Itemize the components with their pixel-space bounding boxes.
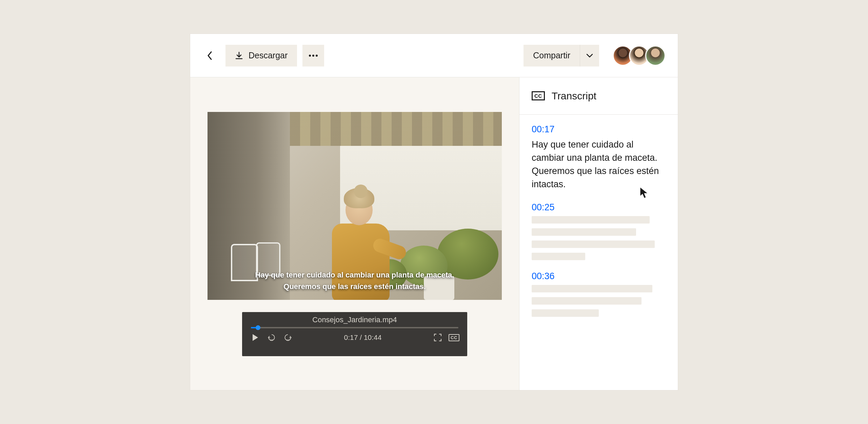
chevron-left-icon bbox=[207, 51, 213, 60]
player-filename: Consejos_Jardineria.mp4 bbox=[251, 315, 458, 324]
closed-caption-icon: CC bbox=[449, 334, 459, 341]
transcript-text: Hay que tener cuidado al cambiar una pla… bbox=[532, 138, 666, 191]
chevron-down-icon bbox=[586, 54, 593, 58]
cc-toggle-button[interactable]: CC bbox=[450, 333, 458, 342]
transcript-title: Transcript bbox=[552, 90, 596, 102]
cursor-icon bbox=[639, 187, 649, 199]
skeleton-line bbox=[532, 297, 642, 305]
share-dropdown-button[interactable] bbox=[580, 45, 599, 66]
rewind-10-button[interactable]: 10 bbox=[267, 333, 276, 342]
time-display: 0:17 / 10:44 bbox=[300, 333, 426, 342]
app-window: Descargar Compartir bbox=[190, 34, 678, 390]
ellipsis-icon bbox=[309, 54, 318, 57]
player-bar: Consejos_Jardineria.mp4 10 10 bbox=[242, 312, 467, 356]
transcript-timestamp[interactable]: 00:17 bbox=[532, 124, 666, 135]
share-label: Compartir bbox=[533, 51, 570, 60]
transcript-panel: CC Transcript 00:17 Hay que tener cuidad… bbox=[519, 77, 678, 390]
transcript-list[interactable]: 00:17 Hay que tener cuidado al cambiar u… bbox=[519, 115, 678, 390]
more-button[interactable] bbox=[302, 45, 324, 66]
rewind-icon: 10 bbox=[267, 333, 276, 342]
skeleton-line bbox=[532, 309, 599, 317]
forward-icon: 10 bbox=[283, 333, 292, 342]
caption-overlay: Hay que tener cuidado al cambiar una pla… bbox=[208, 269, 502, 292]
share-button[interactable]: Compartir bbox=[524, 45, 580, 66]
toolbar: Descargar Compartir bbox=[190, 34, 678, 77]
svg-point-2 bbox=[316, 55, 318, 57]
share-button-group: Compartir bbox=[524, 45, 599, 66]
transcript-entry[interactable]: 00:17 Hay que tener cuidado al cambiar u… bbox=[532, 124, 666, 191]
svg-text:10: 10 bbox=[270, 339, 273, 342]
transcript-timestamp[interactable]: 00:36 bbox=[532, 271, 666, 282]
progress-track[interactable] bbox=[251, 327, 458, 328]
fullscreen-icon bbox=[434, 333, 442, 342]
play-icon bbox=[252, 333, 259, 342]
transcript-header: CC Transcript bbox=[519, 77, 678, 115]
caption-line: Queremos que las raíces estén intactas. bbox=[221, 281, 488, 292]
caption-line: Hay que tener cuidado al cambiar una pla… bbox=[221, 269, 488, 281]
download-icon bbox=[235, 52, 243, 60]
skeleton-line bbox=[532, 285, 652, 292]
transcript-entry[interactable]: 00:36 bbox=[532, 271, 666, 317]
skeleton-line bbox=[532, 240, 655, 248]
svg-point-0 bbox=[309, 55, 311, 57]
transcript-timestamp[interactable]: 00:25 bbox=[532, 202, 666, 213]
transcript-entry[interactable]: 00:25 bbox=[532, 202, 666, 260]
progress-thumb[interactable] bbox=[256, 325, 260, 330]
skeleton-line bbox=[532, 216, 650, 224]
fullscreen-button[interactable] bbox=[433, 333, 442, 342]
download-button[interactable]: Descargar bbox=[225, 45, 297, 66]
skeleton-line bbox=[532, 253, 585, 260]
download-label: Descargar bbox=[249, 51, 288, 60]
closed-caption-icon: CC bbox=[532, 91, 545, 100]
forward-10-button[interactable]: 10 bbox=[283, 333, 292, 342]
video-preview-area: Hay que tener cuidado al cambiar una pla… bbox=[190, 77, 519, 390]
svg-text:10: 10 bbox=[287, 339, 290, 342]
avatar bbox=[645, 45, 666, 66]
video-frame[interactable]: Hay que tener cuidado al cambiar una pla… bbox=[208, 112, 502, 300]
svg-point-1 bbox=[312, 55, 314, 57]
play-button[interactable] bbox=[251, 333, 260, 342]
back-button[interactable] bbox=[202, 45, 217, 66]
skeleton-line bbox=[532, 228, 636, 236]
content-area: Hay que tener cuidado al cambiar una pla… bbox=[190, 77, 678, 390]
avatar-stack[interactable] bbox=[613, 45, 666, 66]
player-controls: 10 10 0:17 / 10:44 CC bbox=[251, 333, 458, 342]
